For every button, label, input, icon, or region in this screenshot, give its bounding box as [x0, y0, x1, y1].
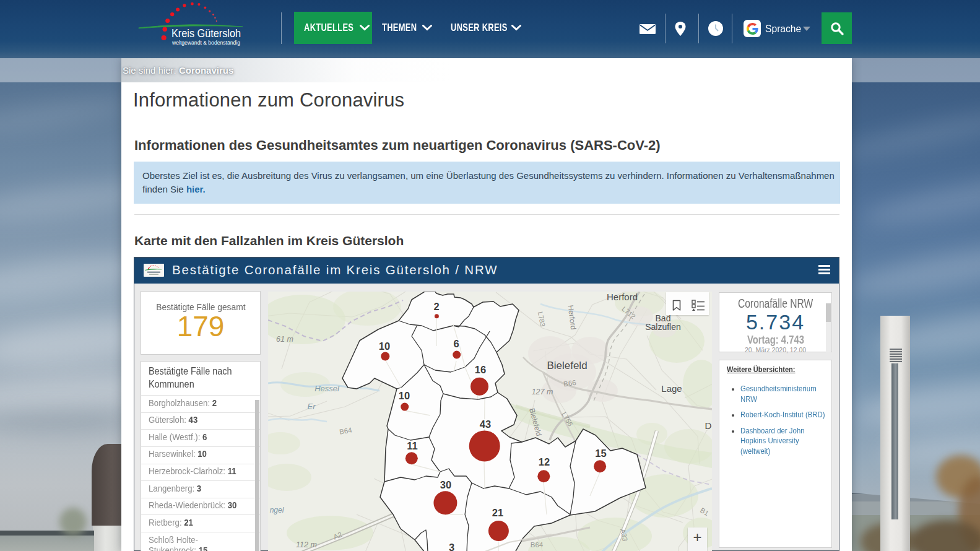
svg-text:12: 12	[539, 456, 550, 467]
svg-text:Lage: Lage	[661, 383, 682, 394]
svg-text:15: 15	[595, 448, 606, 459]
svg-text:11: 11	[407, 440, 417, 451]
svg-text:6: 6	[453, 338, 459, 349]
svg-text:B64: B64	[531, 541, 544, 549]
svg-text:61 m: 61 m	[276, 335, 293, 344]
svg-text:127 m: 127 m	[532, 388, 553, 396]
svg-text:Er: Er	[308, 402, 316, 411]
svg-text:30: 30	[440, 479, 451, 490]
svg-text:10: 10	[399, 390, 410, 401]
svg-text:Bielefeld: Bielefeld	[547, 360, 587, 371]
svg-text:Salzuflen: Salzuflen	[645, 322, 681, 332]
svg-text:ngel: ngel	[270, 506, 284, 514]
svg-text:21: 21	[492, 507, 503, 518]
svg-text:2: 2	[433, 301, 439, 312]
svg-text:Kreis Gütersloh: Kreis Gütersloh	[171, 27, 241, 40]
svg-text:16: 16	[475, 364, 486, 375]
svg-text:10: 10	[379, 341, 390, 352]
svg-text:Herford: Herford	[607, 292, 638, 302]
svg-text:weltgewandt & bodenständig: weltgewandt & bodenständig	[171, 39, 240, 46]
svg-text:Hessel: Hessel	[314, 384, 340, 393]
svg-text:112 m: 112 m	[296, 540, 317, 549]
svg-text:D: D	[705, 420, 712, 431]
svg-text:3: 3	[449, 542, 454, 551]
svg-text:43: 43	[480, 419, 491, 430]
